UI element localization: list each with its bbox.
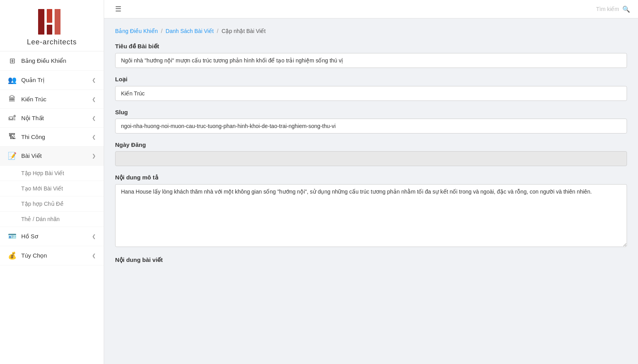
ngay-dang-input[interactable] [115,151,627,166]
sidebar-sub-tap-hop-bai-viet[interactable]: Tập Hợp Bài Viết [0,166,104,181]
sidebar-sub-the-dan-nhan[interactable]: Thẻ / Dán nhãn [0,212,104,227]
sub-label-tao-moi-bai-viet: Tạo Mới Bài Viết [21,185,63,192]
breadcrumb-sep-2: / [217,28,218,34]
slug-label: Slug [115,109,627,115]
mo-ta-label: Nội dung mô tả [115,174,627,181]
form-slug-section: Slug [115,109,627,134]
profile-icon: 🪪 [8,232,16,241]
chevron-right-icon-3: ❮ [92,115,96,121]
loai-select[interactable]: Kiến Trúc Nội Thất Thi Công [115,86,627,101]
breadcrumb-sep-1: / [161,28,163,34]
ngay-dang-label: Ngày Đăng [115,141,627,148]
form-ngay-dang-section: Ngày Đăng [115,141,627,166]
breadcrumb-bang-dieu-khien[interactable]: Bảng Điều Khiển [115,28,158,34]
breadcrumb: Bảng Điều Khiển / Danh Sách Bài Viết / C… [115,28,627,34]
sidebar-label-noi-that: Nội Thất [21,115,92,122]
hamburger-icon[interactable]: ☰ [112,3,125,15]
sidebar-logo: Lee-architects [0,0,104,51]
logo-icon [36,7,68,37]
slug-input[interactable] [115,119,627,134]
form-loai-section: Loại Kiến Trúc Nội Thất Thi Công [115,76,627,101]
sub-label-the-dan-nhan: Thẻ / Dán nhãn [21,216,60,222]
sidebar: Lee-architects ⊞ Bảng Điều Khiển 👥 Quản … [0,0,104,364]
breadcrumb-danh-sach-bai-viet[interactable]: Danh Sách Bài Viết [166,28,214,34]
chevron-right-icon-5: ❮ [92,234,96,239]
settings-icon: 💰 [8,251,16,260]
sidebar-item-quan-tri[interactable]: 👥 Quản Trị ❮ [0,71,104,90]
people-icon: 👥 [8,76,16,84]
sidebar-label-bang-dieu-khien: Bảng Điều Khiển [21,57,96,64]
loai-label: Loại [115,76,627,83]
breadcrumb-current: Cập nhật Bài Viết [222,28,266,34]
sidebar-sub-tao-moi-bai-viet[interactable]: Tạo Mới Bài Viết [0,181,104,196]
svg-rect-3 [47,25,52,35]
sidebar-item-bang-dieu-khien[interactable]: ⊞ Bảng Điều Khiển [0,51,104,71]
svg-rect-1 [47,9,52,23]
sofa-icon: 🛋 [8,114,16,122]
sidebar-item-noi-that[interactable]: 🛋 Nội Thất ❮ [0,109,104,128]
svg-marker-2 [55,9,60,35]
chevron-right-icon-4: ❮ [92,134,96,140]
topbar-right: Tìm kiếm 🔍 [596,5,630,13]
search-placeholder-text: Tìm kiếm [596,6,619,12]
form-title-section: Tiêu đề Bài biết [115,43,627,68]
search-box: Tìm kiếm 🔍 [596,5,630,13]
chevron-right-icon-6: ❮ [92,253,96,258]
topbar: ☰ Tìm kiếm 🔍 [104,0,638,18]
sidebar-label-tuy-chon: Tùy Chọn [21,252,92,259]
sidebar-item-kien-truc[interactable]: 🏛 Kiến Trúc ❮ [0,90,104,109]
sidebar-item-thi-cong[interactable]: 🏗 Thi Công ❮ [0,128,104,146]
logo-text: Lee-architects [27,38,77,46]
sub-label-tap-hop-bai-viet: Tập Hợp Bài Viết [21,170,64,176]
sidebar-label-kien-truc: Kiến Trúc [21,96,92,103]
chevron-right-icon: ❮ [92,77,96,83]
noi-dung-label: Nội dung bài viết [115,256,627,263]
dashboard-icon: ⊞ [8,57,16,65]
construction-icon: 🏗 [8,133,16,141]
topbar-left: ☰ [112,3,125,15]
mo-ta-textarea[interactable] [115,184,627,247]
sidebar-label-thi-cong: Thi Công [21,134,92,140]
chevron-right-icon-2: ❮ [92,97,96,102]
form-mo-ta-section: Nội dung mô tả [115,174,627,249]
sidebar-item-ho-so[interactable]: 🪪 Hồ Sơ ❮ [0,227,104,246]
article-icon: 📝 [8,152,16,160]
sub-label-tap-hop-chu-de: Tập hợp Chủ Đề [21,201,64,207]
content-area: Bảng Điều Khiển / Danh Sách Bài Viết / C… [104,18,638,364]
title-label: Tiêu đề Bài biết [115,43,627,50]
sidebar-sub-tap-hop-chu-de[interactable]: Tập hợp Chủ Đề [0,196,104,212]
sidebar-label-quan-tri: Quản Trị [21,77,92,84]
sidebar-item-tuy-chon[interactable]: 💰 Tùy Chọn ❮ [0,246,104,265]
sidebar-item-bai-viet[interactable]: 📝 Bài Viết ❯ [0,146,104,166]
main-content: ☰ Tìm kiếm 🔍 Bảng Điều Khiển / Danh Sách… [104,0,638,364]
chevron-down-icon: ❯ [92,153,96,159]
search-icon[interactable]: 🔍 [622,5,630,13]
title-input[interactable] [115,53,627,68]
arch-icon: 🏛 [8,95,16,103]
form-noi-dung-section: Nội dung bài viết [115,256,627,263]
sidebar-label-ho-so: Hồ Sơ [21,233,92,240]
svg-rect-0 [38,9,44,35]
sidebar-label-bai-viet: Bài Viết [21,152,92,159]
